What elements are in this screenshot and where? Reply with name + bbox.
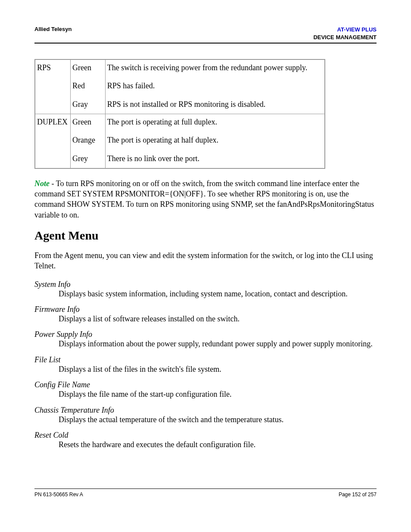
def-term: Chassis Temperature Info [34, 406, 377, 415]
def-desc: Displays a list of the files in the swit… [59, 364, 377, 374]
def-desc: Displays the file name of the start-up c… [59, 389, 377, 399]
def-term: File List [34, 355, 377, 364]
desc-text: The switch is receiving power from the r… [107, 62, 322, 73]
definition-list: System Info Displays basic system inform… [34, 280, 377, 450]
header-section: DEVICE MANAGEMENT [313, 34, 377, 41]
def-term: Config File Name [34, 380, 377, 389]
cell-colors: Green Orange Grey [71, 114, 106, 168]
cell-colors: Green Red Gray [71, 59, 106, 114]
page-header: Allied Telesyn AT-VIEW PLUS DEVICE MANAG… [34, 26, 377, 44]
header-left: Allied Telesyn [34, 26, 72, 32]
page-footer: PN 613-50665 Rev A Page 152 of 257 [34, 488, 377, 498]
table-row: RPS Green Red Gray The switch is receivi… [35, 59, 325, 114]
color-value: Orange [72, 135, 103, 145]
color-value: Red [72, 81, 103, 91]
intro-text: From the Agent menu, you can view and ed… [34, 250, 377, 271]
def-desc: Displays a list of software releases ins… [59, 314, 377, 324]
desc-text: RPS has failed. [107, 81, 322, 91]
color-value: Green [72, 117, 103, 127]
led-table: RPS Green Red Gray The switch is receivi… [34, 59, 325, 169]
note-block: Note - To turn RPS monitoring on or off … [34, 178, 377, 220]
header-product: AT-VIEW PLUS [313, 26, 377, 34]
page: Allied Telesyn AT-VIEW PLUS DEVICE MANAG… [0, 0, 411, 532]
def-desc: Displays information about the power sup… [59, 339, 377, 349]
note-text: - To turn RPS monitoring on or off on th… [34, 179, 374, 219]
desc-text: The port is operating at half duplex. [107, 135, 322, 145]
def-desc: Resets the hardware and executes the def… [59, 440, 377, 450]
def-term: System Info [34, 280, 377, 289]
header-right: AT-VIEW PLUS DEVICE MANAGEMENT [313, 26, 377, 41]
table-row: DUPLEX Green Orange Grey The port is ope… [35, 114, 325, 168]
def-term: Firmware Info [34, 305, 377, 314]
def-term: Power Supply Info [34, 330, 377, 339]
cell-name: RPS [35, 59, 71, 114]
cell-name: DUPLEX [35, 114, 71, 168]
def-term: Reset Cold [34, 431, 377, 440]
cell-descriptions: The port is operating at full duplex. Th… [105, 114, 325, 168]
def-desc: Displays basic system information, inclu… [59, 289, 377, 299]
def-desc: Displays the actual temperature of the s… [59, 415, 377, 425]
footer-right: Page 152 of 257 [339, 492, 377, 498]
note-label: Note [34, 179, 50, 188]
desc-text: There is no link over the port. [107, 153, 322, 164]
desc-text: The port is operating at full duplex. [107, 117, 322, 127]
cell-descriptions: The switch is receiving power from the r… [105, 59, 325, 114]
color-value: Gray [72, 99, 103, 109]
color-value: Grey [72, 153, 103, 164]
color-value: Green [72, 62, 103, 73]
section-heading: Agent Menu [34, 229, 377, 243]
footer-left: PN 613-50665 Rev A [34, 492, 83, 498]
desc-text: RPS is not installed or RPS monitoring i… [107, 99, 322, 109]
